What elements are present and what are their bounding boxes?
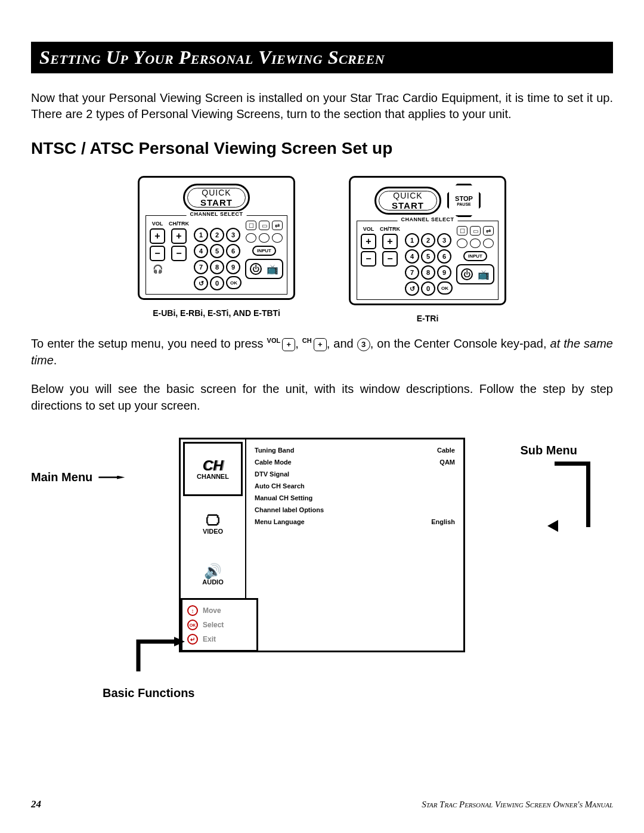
chtrk-label: CH/TRK (169, 221, 189, 227)
circle-icon-1-r[interactable] (457, 239, 467, 248)
ch-down-button[interactable]: − (171, 246, 187, 261)
key-7-r[interactable]: 7 (405, 265, 419, 280)
sub-row[interactable]: Auto CH Search (255, 482, 455, 490)
channel-select-label: CHANNEL SELECT (187, 211, 247, 217)
sub-row[interactable]: Tuning BandCable (255, 447, 455, 454)
stop-button[interactable]: STOP PAUSE (447, 184, 481, 217)
page-title-bar: Setting Up Your Personal Viewing Screen (31, 42, 613, 73)
chtrk-label-r: CH/TRK (380, 226, 400, 232)
callout-main-menu: Main Menu (31, 470, 125, 484)
key-4-r[interactable]: 4 (405, 249, 419, 264)
vol-down-button-r[interactable]: − (361, 251, 376, 267)
inline-key-3: 3 (357, 338, 370, 351)
circle-icon-2[interactable] (259, 233, 270, 243)
aspect-icon[interactable]: ▭ (259, 221, 270, 230)
callout-basic-functions: Basic Functions (103, 686, 194, 700)
input-button-r[interactable]: INPUT (463, 251, 487, 261)
basic-fn-select: OKSelect (187, 620, 252, 630)
aspect-icon-r[interactable]: ▭ (470, 226, 481, 236)
key-8[interactable]: 8 (210, 260, 224, 274)
quick-label-r: QUICK (392, 191, 424, 200)
panel-left-wrap: QUICK START CHANNEL SELECT VOL + − 🎧 CH/… (138, 176, 295, 323)
ch-down-button-r[interactable]: − (382, 251, 398, 267)
vol-label-r: VOL (363, 226, 374, 232)
key-ok-r[interactable]: OK (437, 281, 453, 295)
power-icon[interactable]: ⏻ (250, 263, 262, 275)
sub-row[interactable]: Channel label Options (255, 506, 455, 513)
usb-icon-r[interactable]: ⇄ (483, 226, 494, 236)
svg-marker-0 (174, 637, 185, 646)
callout-sub-menu: Sub Menu (520, 444, 577, 457)
key-4[interactable]: 4 (194, 244, 208, 258)
sub-row[interactable]: Manual CH Setting (255, 494, 455, 501)
sub-row[interactable]: Cable ModeQAM (255, 459, 455, 466)
key-1-r[interactable]: 1 (405, 233, 419, 247)
key-back-r[interactable]: ↺ (405, 281, 419, 296)
page-number: 24 (31, 798, 41, 810)
key-9-r[interactable]: 9 (437, 265, 451, 280)
main-menu-audio[interactable]: 🔊 AUDIO (181, 549, 245, 600)
key-9[interactable]: 9 (226, 260, 240, 274)
input-button[interactable]: INPUT (252, 246, 276, 256)
power-icon-r[interactable]: ⏻ (461, 268, 473, 280)
usb-icon[interactable]: ⇄ (272, 221, 283, 230)
tv-icon[interactable]: 📺 (267, 264, 278, 275)
footer-text: Star Trac Personal Viewing Screen Owner'… (422, 800, 613, 810)
key-ok[interactable]: OK (226, 276, 242, 289)
circle-icon-2-r[interactable] (470, 239, 481, 248)
basic-fn-exit: ↵Exit (187, 634, 252, 645)
control-panels-row: QUICK START CHANNEL SELECT VOL + − 🎧 CH/… (31, 176, 613, 323)
panel-left: QUICK START CHANNEL SELECT VOL + − 🎧 CH/… (138, 176, 295, 300)
circle-icon-1[interactable] (246, 233, 256, 243)
key-back[interactable]: ↺ (194, 276, 208, 290)
number-pad-r: 1 2 3 4 5 6 7 8 9 ↺ 0 OK (405, 233, 451, 296)
quick-start-button[interactable]: QUICK START (183, 184, 250, 212)
key-1[interactable]: 1 (194, 228, 208, 242)
key-6[interactable]: 6 (226, 244, 240, 258)
basic-functions-arrow (132, 636, 192, 677)
headphone-icon: 🎧 (153, 264, 163, 274)
tv-icon-r[interactable]: 📺 (478, 269, 490, 280)
key-2[interactable]: 2 (210, 228, 224, 242)
video-icon: 🖵 (206, 513, 220, 528)
key-0[interactable]: 0 (210, 276, 224, 290)
vol-down-button[interactable]: − (150, 246, 165, 261)
tv-screen: CH CHANNEL 🖵 VIDEO 🔊 AUDIO ⚙ SETTING Tun… (179, 438, 465, 652)
panel-right-wrap: QUICK START STOP PAUSE CHANNEL SELECT VO… (349, 176, 506, 323)
main-menu-video[interactable]: 🖵 VIDEO (181, 498, 245, 549)
inline-key-ch-plus: + (314, 338, 327, 351)
key-7[interactable]: 7 (194, 260, 208, 274)
ch-up-button[interactable]: + (171, 228, 187, 244)
channel-select-frame-r: CHANNEL SELECT VOL + − CH/TRK + − (357, 221, 499, 300)
panel-right: QUICK START STOP PAUSE CHANNEL SELECT VO… (349, 176, 506, 305)
ch-up-button-r[interactable]: + (382, 234, 398, 249)
vol-up-button-r[interactable]: + (361, 234, 376, 249)
key-0-r[interactable]: 0 (421, 281, 435, 296)
circle-icon-3-r[interactable] (483, 239, 494, 248)
sub-menu-arrow-head (547, 520, 558, 532)
screen-diagram: Main Menu Sub Menu CH CHANNEL 🖵 VIDEO 🔊 … (31, 438, 613, 688)
channel-icon: CH (203, 459, 224, 473)
sub-row[interactable]: Menu LanguageEnglish (255, 518, 455, 525)
key-6-r[interactable]: 6 (437, 249, 451, 264)
sub-row[interactable]: DTV Signal (255, 470, 455, 478)
main-menu-channel[interactable]: CH CHANNEL (183, 442, 243, 496)
key-3[interactable]: 3 (226, 228, 240, 242)
basic-fn-move: ↕Move (187, 605, 252, 616)
quick-start-button-r[interactable]: QUICK START (374, 187, 441, 215)
key-3-r[interactable]: 3 (437, 233, 451, 247)
pause-label: PAUSE (457, 202, 471, 206)
circle-icon-3[interactable] (272, 233, 283, 243)
cc-icon-r[interactable]: ☐ (457, 226, 467, 236)
channel-select-frame: CHANNEL SELECT VOL + − 🎧 CH/TRK + − (145, 215, 287, 295)
key-5[interactable]: 5 (210, 244, 224, 258)
sub-menu-arrow-stem (555, 462, 590, 527)
key-2-r[interactable]: 2 (421, 233, 435, 247)
start-label: START (200, 197, 233, 208)
key-8-r[interactable]: 8 (421, 265, 435, 280)
instruction-setup-combo: To enter the setup menu, you need to pre… (31, 335, 613, 368)
sub-menu-column: Tuning BandCable Cable ModeQAM DTV Signa… (246, 439, 463, 651)
key-5-r[interactable]: 5 (421, 249, 435, 264)
cc-icon[interactable]: ☐ (246, 221, 256, 230)
vol-up-button[interactable]: + (150, 228, 165, 244)
